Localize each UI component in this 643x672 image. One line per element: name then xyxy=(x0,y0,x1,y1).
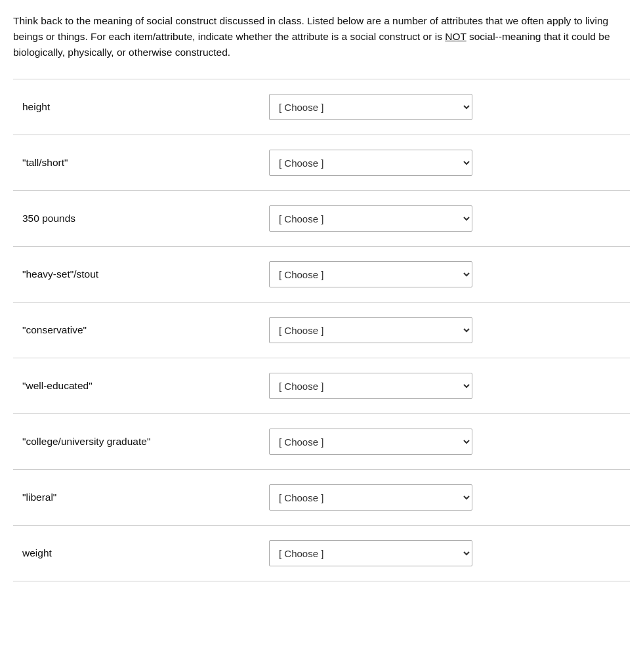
empty-cell-liberal xyxy=(486,470,630,526)
select-cell-height: [ Choose ]Social ConstructNOT Social Con… xyxy=(262,79,486,135)
select-cell-350-pounds: [ Choose ]Social ConstructNOT Social Con… xyxy=(262,191,486,247)
choose-select-college-graduate[interactable]: [ Choose ]Social ConstructNOT Social Con… xyxy=(269,429,472,455)
choose-select-heavy-set-stout[interactable]: [ Choose ]Social ConstructNOT Social Con… xyxy=(269,261,472,287)
select-cell-conservative: [ Choose ]Social ConstructNOT Social Con… xyxy=(262,303,486,358)
table-row: "well-educated"[ Choose ]Social Construc… xyxy=(13,358,630,414)
question-label-350-pounds: 350 pounds xyxy=(13,191,262,247)
table-row: "heavy-set"/stout[ Choose ]Social Constr… xyxy=(13,247,630,303)
empty-cell-heavy-set-stout xyxy=(486,247,630,303)
question-table: height[ Choose ]Social ConstructNOT Soci… xyxy=(13,79,630,581)
empty-cell-conservative xyxy=(486,303,630,358)
choose-select-height[interactable]: [ Choose ]Social ConstructNOT Social Con… xyxy=(269,94,472,120)
instructions-text: Think back to the meaning of social cons… xyxy=(13,13,630,60)
question-label-liberal: "liberal" xyxy=(13,470,262,526)
select-cell-well-educated: [ Choose ]Social ConstructNOT Social Con… xyxy=(262,358,486,414)
empty-cell-weight xyxy=(486,526,630,581)
table-row: "liberal"[ Choose ]Social ConstructNOT S… xyxy=(13,470,630,526)
choose-select-weight[interactable]: [ Choose ]Social ConstructNOT Social Con… xyxy=(269,540,472,566)
table-row: "conservative"[ Choose ]Social Construct… xyxy=(13,303,630,358)
choose-select-tall-short[interactable]: [ Choose ]Social ConstructNOT Social Con… xyxy=(269,150,472,176)
select-cell-tall-short: [ Choose ]Social ConstructNOT Social Con… xyxy=(262,135,486,191)
select-cell-liberal: [ Choose ]Social ConstructNOT Social Con… xyxy=(262,470,486,526)
empty-cell-tall-short xyxy=(486,135,630,191)
question-label-height: height xyxy=(13,79,262,135)
table-row: "tall/short"[ Choose ]Social ConstructNO… xyxy=(13,135,630,191)
table-row: "college/university graduate"[ Choose ]S… xyxy=(13,414,630,470)
empty-cell-well-educated xyxy=(486,358,630,414)
question-label-well-educated: "well-educated" xyxy=(13,358,262,414)
table-row: height[ Choose ]Social ConstructNOT Soci… xyxy=(13,79,630,135)
question-label-conservative: "conservative" xyxy=(13,303,262,358)
choose-select-conservative[interactable]: [ Choose ]Social ConstructNOT Social Con… xyxy=(269,317,472,343)
empty-cell-350-pounds xyxy=(486,191,630,247)
select-cell-heavy-set-stout: [ Choose ]Social ConstructNOT Social Con… xyxy=(262,247,486,303)
empty-cell-college-graduate xyxy=(486,414,630,470)
choose-select-350-pounds[interactable]: [ Choose ]Social ConstructNOT Social Con… xyxy=(269,205,472,232)
select-cell-weight: [ Choose ]Social ConstructNOT Social Con… xyxy=(262,526,486,581)
choose-select-liberal[interactable]: [ Choose ]Social ConstructNOT Social Con… xyxy=(269,484,472,511)
question-label-heavy-set-stout: "heavy-set"/stout xyxy=(13,247,262,303)
question-label-weight: weight xyxy=(13,526,262,581)
table-row: 350 pounds[ Choose ]Social ConstructNOT … xyxy=(13,191,630,247)
select-cell-college-graduate: [ Choose ]Social ConstructNOT Social Con… xyxy=(262,414,486,470)
table-row: weight[ Choose ]Social ConstructNOT Soci… xyxy=(13,526,630,581)
empty-cell-height xyxy=(486,79,630,135)
choose-select-well-educated[interactable]: [ Choose ]Social ConstructNOT Social Con… xyxy=(269,373,472,399)
question-label-tall-short: "tall/short" xyxy=(13,135,262,191)
not-underline: NOT xyxy=(445,31,466,42)
question-label-college-graduate: "college/university graduate" xyxy=(13,414,262,470)
